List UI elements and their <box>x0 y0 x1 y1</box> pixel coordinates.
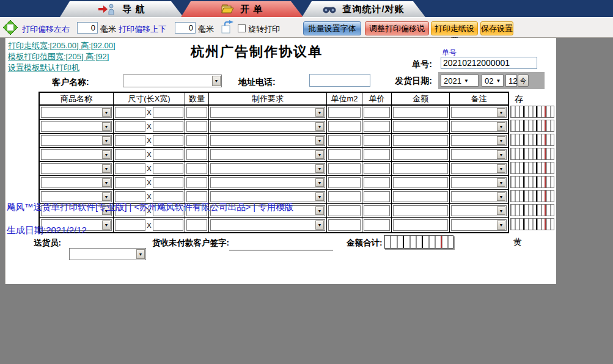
product-name-combo[interactable]: ▼ <box>41 135 112 146</box>
quantity-input[interactable] <box>186 191 207 202</box>
chevron-down-icon[interactable]: ▼ <box>315 150 324 159</box>
remark-combo[interactable]: ▼ <box>451 107 507 118</box>
chevron-down-icon[interactable]: ▼ <box>497 206 505 215</box>
size-length-input[interactable] <box>115 135 145 146</box>
tab-query-statistics[interactable]: 查询统计/对账 <box>302 1 425 17</box>
chevron-down-icon[interactable]: ▼ <box>497 108 505 117</box>
address-input[interactable] <box>309 74 370 87</box>
chevron-down-icon[interactable]: ▼ <box>102 122 111 131</box>
product-name-combo[interactable]: ▼ <box>41 107 112 118</box>
tab-billing[interactable]: 开 单 <box>181 1 303 17</box>
unit-price-input[interactable] <box>364 121 390 132</box>
unit-m2-input[interactable] <box>328 163 361 174</box>
quantity-input[interactable] <box>186 219 207 231</box>
size-length-input[interactable] <box>115 205 145 216</box>
remark-combo[interactable]: ▼ <box>451 205 507 216</box>
save-settings-button[interactable]: 保存设置 <box>480 21 513 35</box>
unit-m2-input[interactable] <box>328 191 361 202</box>
unit-m2-input[interactable] <box>328 205 361 216</box>
size-length-input[interactable] <box>115 149 145 160</box>
amount-input[interactable] <box>393 135 448 146</box>
product-name-combo[interactable]: ▼ <box>41 149 112 160</box>
deliverer-combo[interactable]: ▼ <box>69 248 146 260</box>
amount-input[interactable] <box>393 121 448 132</box>
quantity-input[interactable] <box>186 205 207 216</box>
chevron-down-icon[interactable]: ▼ <box>102 206 111 215</box>
unit-m2-input[interactable] <box>328 135 361 146</box>
unit-price-input[interactable] <box>364 177 390 188</box>
month-combo[interactable]: 02 ▼ <box>482 75 504 87</box>
size-width-input[interactable] <box>153 163 183 174</box>
chevron-down-icon[interactable]: ▼ <box>497 192 505 201</box>
size-width-input[interactable] <box>153 205 183 216</box>
unit-m2-input[interactable] <box>328 107 361 118</box>
chevron-down-icon[interactable]: ▼ <box>136 249 145 259</box>
year-combo[interactable]: 2021 ▼ <box>441 75 479 87</box>
requirements-combo[interactable]: ▼ <box>210 107 325 118</box>
chevron-down-icon[interactable]: ▼ <box>102 164 111 173</box>
remark-combo[interactable]: ▼ <box>451 121 507 132</box>
offset-lr-input[interactable] <box>77 22 98 34</box>
size-width-input[interactable] <box>153 191 183 202</box>
quantity-input[interactable] <box>186 121 207 132</box>
size-length-input[interactable] <box>115 107 145 118</box>
unit-price-input[interactable] <box>364 219 390 231</box>
requirements-combo[interactable]: ▼ <box>210 219 325 231</box>
remark-combo[interactable]: ▼ <box>451 135 507 146</box>
order-no-input[interactable] <box>441 57 537 69</box>
product-name-combo[interactable]: ▼ <box>41 219 112 231</box>
unit-m2-input[interactable] <box>328 219 361 231</box>
chevron-down-icon[interactable]: ▼ <box>212 76 221 86</box>
chevron-down-icon[interactable]: ▼ <box>497 164 505 173</box>
requirements-combo[interactable]: ▼ <box>210 121 325 132</box>
remark-combo[interactable]: ▼ <box>451 177 507 188</box>
product-name-combo[interactable]: ▼ <box>41 163 112 174</box>
requirements-combo[interactable]: ▼ <box>210 149 325 160</box>
quantity-input[interactable] <box>186 135 207 146</box>
unit-price-input[interactable] <box>364 135 390 146</box>
size-width-input[interactable] <box>153 219 183 231</box>
size-length-input[interactable] <box>115 219 145 231</box>
quantity-input[interactable] <box>186 107 207 118</box>
size-width-input[interactable] <box>153 149 183 160</box>
tab-navigation[interactable]: 导 航 <box>60 1 183 17</box>
amount-input[interactable] <box>393 149 448 160</box>
quantity-input[interactable] <box>186 149 207 160</box>
paper-feed-setting-button[interactable]: 打印走纸设置 <box>431 21 478 35</box>
size-length-input[interactable] <box>115 121 145 132</box>
customer-combo[interactable]: ▼ <box>123 75 222 87</box>
batch-set-font-button[interactable]: 批量设置字体 <box>303 21 361 35</box>
chevron-down-icon[interactable]: ▼ <box>315 108 324 117</box>
size-width-input[interactable] <box>153 121 183 132</box>
chevron-down-icon[interactable]: ▼ <box>497 220 505 230</box>
quantity-input[interactable] <box>186 163 207 174</box>
chevron-down-icon[interactable]: ▼ <box>315 164 324 173</box>
chevron-down-icon[interactable]: ▼ <box>315 192 324 201</box>
requirements-combo[interactable]: ▼ <box>210 177 325 188</box>
chevron-down-icon[interactable]: ▼ <box>497 178 505 187</box>
chevron-down-icon[interactable]: ▼ <box>497 150 505 159</box>
chevron-down-icon[interactable]: ▼ <box>102 220 111 230</box>
product-name-combo[interactable]: ▼ <box>41 205 112 216</box>
product-name-combo[interactable]: ▼ <box>41 177 112 188</box>
remark-combo[interactable]: ▼ <box>451 149 507 160</box>
amount-input[interactable] <box>393 177 448 188</box>
remark-combo[interactable]: ▼ <box>451 191 507 202</box>
chevron-down-icon[interactable]: ▼ <box>315 178 324 187</box>
quantity-input[interactable] <box>186 177 207 188</box>
chevron-down-icon[interactable]: ▼ <box>102 136 111 145</box>
day-box[interactable]: 12 <box>505 75 517 87</box>
product-name-combo[interactable]: ▼ <box>41 191 112 202</box>
unit-price-input[interactable] <box>364 163 390 174</box>
unit-price-input[interactable] <box>364 149 390 160</box>
size-width-input[interactable] <box>153 107 183 118</box>
size-length-input[interactable] <box>115 163 145 174</box>
chevron-down-icon[interactable]: ▼ <box>315 122 324 131</box>
chevron-down-icon[interactable]: ▼ <box>497 136 505 145</box>
amount-input[interactable] <box>393 107 448 118</box>
unit-price-input[interactable] <box>364 107 390 118</box>
chevron-down-icon[interactable]: ▼ <box>102 192 111 201</box>
amount-input[interactable] <box>393 219 448 231</box>
rotate-print-checkbox[interactable] <box>238 24 246 32</box>
offset-ud-input[interactable] <box>175 22 196 34</box>
